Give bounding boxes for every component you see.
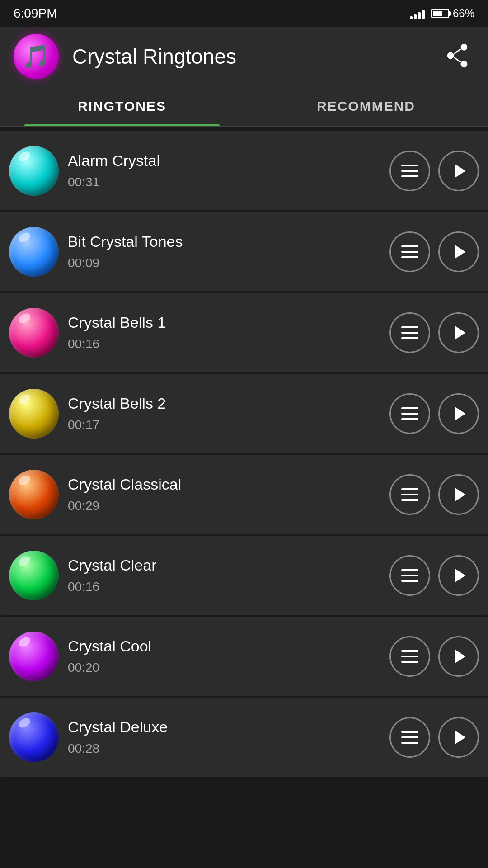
svg-point-2 [447,52,454,59]
track-name: Crystal Cool [68,637,380,655]
menu-button[interactable] [389,393,430,434]
svg-line-3 [454,49,461,54]
ball-icon [9,470,59,519]
track-name: Crystal Bells 1 [68,314,380,331]
ringtone-item: Crystal Deluxe 00:28 [0,698,488,777]
status-icons: 66% [410,7,474,20]
track-name: Alarm Crystal [68,152,380,170]
play-button[interactable] [438,151,479,191]
tab-recommend[interactable]: RECOMMEND [244,86,488,126]
status-time: 6:09PM [14,6,57,21]
ringtone-item: Crystal Bells 1 00:16 [0,293,488,372]
menu-button[interactable] [389,312,430,353]
track-duration: 00:31 [68,175,380,189]
app-title: Crystal Ringtones [72,44,236,69]
track-duration: 00:16 [68,580,380,594]
track-info: Crystal Deluxe 00:28 [59,718,389,756]
tab-ringtones[interactable]: RINGTONES [0,86,244,126]
svg-line-4 [454,57,461,62]
ball-icon [9,712,59,762]
menu-button[interactable] [389,636,430,677]
menu-button[interactable] [389,555,430,596]
play-button[interactable] [438,636,479,677]
battery-icon [431,9,449,18]
svg-marker-7 [455,326,465,340]
share-button[interactable] [445,43,470,70]
track-info: Crystal Clear 00:16 [59,557,389,594]
play-icon [449,727,469,747]
svg-marker-9 [455,487,465,501]
ball-icon [9,551,59,600]
menu-button[interactable] [389,717,430,758]
track-controls [389,231,479,272]
menu-icon [391,557,429,594]
ball-icon [9,227,59,277]
menu-icon [391,476,429,514]
battery-percent: 66% [453,7,474,20]
ringtone-item: Bit Crystal Tones 00:09 [0,212,488,291]
menu-icon [391,314,429,352]
track-duration: 00:17 [68,418,380,432]
track-controls [389,393,479,434]
menu-icon [391,718,429,756]
svg-point-1 [460,61,467,67]
track-duration: 00:29 [68,499,380,513]
music-note-icon: 🎵 [22,43,50,70]
menu-button[interactable] [389,231,430,272]
ringtone-item: Alarm Crystal 00:31 [0,131,488,210]
svg-marker-8 [455,406,465,420]
track-info: Crystal Classical 00:29 [59,476,389,513]
menu-button[interactable] [389,151,430,191]
menu-icon [391,233,429,271]
track-info: Crystal Cool 00:20 [59,637,389,675]
track-name: Crystal Clear [68,557,380,574]
svg-marker-12 [455,730,465,744]
track-duration: 00:16 [68,337,380,351]
play-button[interactable] [438,474,479,515]
track-name: Bit Crystal Tones [68,233,380,250]
track-controls [389,151,479,191]
track-info: Alarm Crystal 00:31 [59,152,389,189]
menu-icon [391,152,429,190]
play-icon [449,161,469,181]
ball-icon [9,146,59,196]
track-controls [389,717,479,758]
play-button[interactable] [438,231,479,272]
app-logo: 🎵 [14,34,59,79]
play-button[interactable] [438,312,479,353]
ringtone-item: Crystal Bells 2 00:17 [0,374,488,453]
menu-button[interactable] [389,474,430,515]
play-icon [449,646,469,666]
svg-marker-5 [455,164,465,178]
track-name: Crystal Bells 2 [68,395,380,412]
track-controls [389,474,479,515]
ringtone-list: Alarm Crystal 00:31 Bit Crystal Tones [0,127,488,783]
play-icon [449,404,469,424]
ball-icon [9,308,59,358]
track-controls [389,636,479,677]
play-icon [449,323,469,343]
track-info: Crystal Bells 1 00:16 [59,314,389,351]
track-controls [389,555,479,596]
ringtone-item: Crystal Clear 00:16 [0,536,488,615]
track-name: Crystal Deluxe [68,718,380,736]
track-duration: 00:09 [68,256,380,270]
play-icon [449,242,469,262]
track-controls [389,312,479,353]
svg-marker-11 [455,649,465,663]
play-icon [449,485,469,505]
play-button[interactable] [438,393,479,434]
ringtone-item: Crystal Cool 00:20 [0,617,488,696]
ball-icon [9,389,59,439]
play-button[interactable] [438,717,479,758]
svg-marker-6 [455,245,465,259]
status-bar: 6:09PM 66% [0,0,488,27]
svg-marker-10 [455,568,465,582]
menu-icon [391,637,429,675]
svg-point-0 [460,44,467,51]
share-icon [445,43,470,68]
ball-icon [9,632,59,681]
play-button[interactable] [438,555,479,596]
track-info: Bit Crystal Tones 00:09 [59,233,389,270]
battery-indicator: 66% [431,7,474,20]
